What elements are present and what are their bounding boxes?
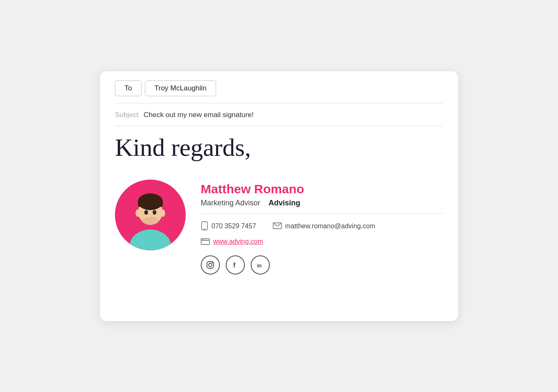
linkedin-button[interactable]: in [251,255,270,275]
email-header: To Troy McLaughlin [100,71,458,103]
greeting-text: Kind regards, [115,134,443,161]
svg-point-16 [204,239,204,240]
svg-point-4 [135,209,141,217]
sig-title: Marketing Advisor Advising [201,199,443,207]
sig-social: f in [201,255,443,275]
svg-text:in: in [257,262,262,269]
email-contact: matthew.romano@adving.com [273,222,375,230]
svg-rect-3 [138,202,163,207]
svg-text:f: f [233,262,236,269]
sig-title-company: Advising [269,199,300,207]
avatar [115,180,186,250]
email-card: To Troy McLaughlin Subject Check out my … [100,71,458,321]
svg-point-15 [202,239,203,240]
sig-title-prefix: Marketing Advisor [201,199,260,207]
facebook-button[interactable]: f [226,255,245,275]
email-icon [273,222,282,230]
instagram-button[interactable] [201,255,220,275]
email-body: Kind regards, [100,126,458,175]
email-address: matthew.romano@adving.com [285,222,375,230]
svg-point-8 [142,217,159,224]
svg-point-7 [152,210,156,215]
sig-website-row: www.adving.com [201,237,443,246]
subject-text: Check out my new email signature! [144,111,254,119]
svg-rect-11 [203,229,206,230]
signature-block: Matthew Romano Marketing Advisor Advisin… [100,175,458,287]
to-label: To [115,80,142,96]
phone-icon [201,221,208,232]
sig-divider [201,213,443,214]
svg-point-6 [144,210,148,215]
website-link[interactable]: www.adving.com [213,238,263,245]
svg-point-18 [209,263,212,267]
phone-contact: 070 3529 7457 [201,221,256,232]
svg-point-5 [160,209,165,217]
website-icon [201,237,210,246]
svg-point-19 [212,262,213,263]
sig-contacts: 070 3529 7457 matthew.romano@adving.com [201,221,443,232]
signature-info: Matthew Romano Marketing Advisor Advisin… [201,180,443,275]
subject-row: Subject Check out my new email signature… [100,103,458,126]
sig-name: Matthew Romano [201,182,443,196]
phone-number: 070 3529 7457 [212,222,256,230]
avatar-svg [115,186,186,250]
avatar-person [121,186,179,250]
to-recipient[interactable]: Troy McLaughlin [145,80,216,96]
subject-label: Subject [115,111,139,119]
